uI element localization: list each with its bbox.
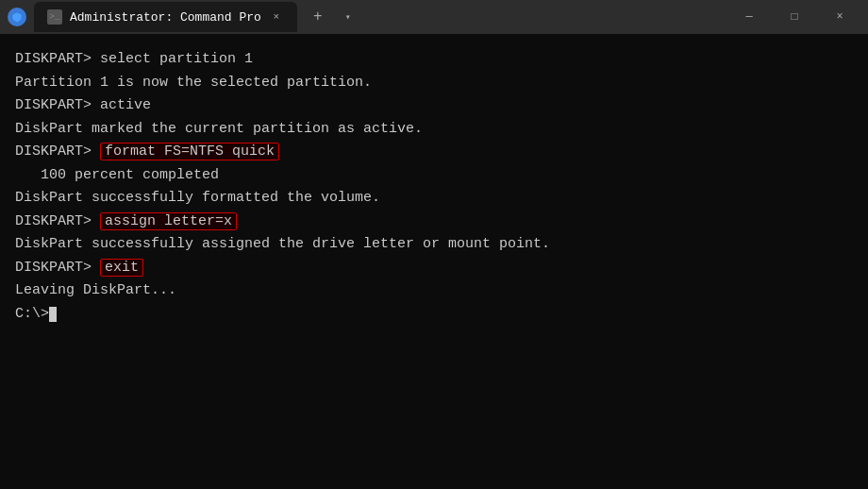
terminal-line: DISKPART> select partition 1 — [15, 49, 853, 71]
terminal-line: Partition 1 is now the selected partitio… — [15, 73, 853, 94]
command-text: assign letter=x — [100, 212, 237, 230]
terminal-line: DISKPART> format FS=NTFS quick — [15, 142, 853, 163]
terminal-body: DISKPART> select partition 1Partition 1 … — [0, 34, 868, 489]
terminal-line: DiskPart successfully assigned the drive… — [15, 234, 853, 256]
prompt-prefix: DISKPART> — [15, 260, 100, 276]
terminal-line: DiskPart marked the current partition as… — [15, 119, 853, 141]
prompt-prefix: DISKPART> — [15, 143, 100, 160]
command-text: exit — [100, 259, 143, 277]
terminal-line: DISKPART> exit — [15, 258, 853, 279]
command-text: format FS=NTFS quick — [100, 143, 279, 160]
tab-title: Administrator: Command Pro — [70, 10, 261, 25]
minimize-button[interactable]: — — [728, 3, 770, 31]
tab-close-button[interactable]: × — [269, 9, 284, 25]
maximize-button[interactable]: □ — [774, 3, 815, 31]
terminal-tab-icon: >_ — [47, 9, 62, 25]
terminal-line: DiskPart successfully formatted the volu… — [15, 188, 853, 210]
title-bar: >_ Administrator: Command Pro × + ▾ — □ … — [0, 0, 868, 34]
terminal-line: Leaving DiskPart... — [15, 280, 853, 302]
terminal-line: DISKPART> active — [15, 95, 853, 117]
tab-dropdown-button[interactable]: ▾ — [339, 6, 358, 28]
terminal-line: 100 percent completed — [15, 165, 853, 187]
terminal-tab[interactable]: >_ Administrator: Command Pro × — [34, 2, 297, 32]
terminal-line: DISKPART> assign letter=x — [15, 211, 853, 233]
window-controls: — □ × — [728, 3, 860, 31]
cursor — [49, 307, 57, 322]
prompt-prefix: DISKPART> — [15, 213, 100, 229]
close-button[interactable]: × — [819, 3, 860, 31]
terminal-line: C:\> — [15, 304, 853, 326]
title-bar-left: >_ Administrator: Command Pro × + ▾ — [8, 2, 721, 32]
new-tab-button[interactable]: + — [305, 6, 331, 28]
shield-icon — [8, 8, 26, 26]
